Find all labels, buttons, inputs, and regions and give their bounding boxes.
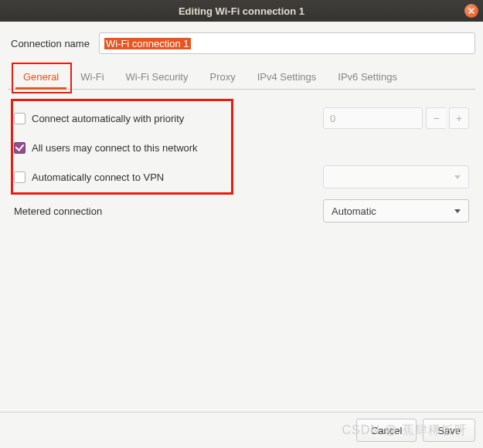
allusers-checkbox[interactable] bbox=[14, 142, 26, 154]
vpn-combo[interactable] bbox=[323, 165, 469, 188]
autoconnect-row: Connect automatically with priority 0 − … bbox=[14, 105, 469, 131]
priority-increment[interactable]: + bbox=[449, 107, 469, 129]
tab-proxy[interactable]: Proxy bbox=[199, 65, 246, 89]
tab-ipv6[interactable]: IPv6 Settings bbox=[327, 65, 408, 89]
autovpn-checkbox[interactable] bbox=[14, 171, 26, 183]
metered-combo[interactable]: Automatic bbox=[323, 199, 469, 222]
priority-decrement[interactable]: − bbox=[426, 107, 446, 129]
connection-name-label: Connection name bbox=[8, 38, 90, 49]
autovpn-row: Automatically connect to VPN bbox=[14, 164, 469, 190]
tabs-container: General Wi-Fi Wi-Fi Security Proxy IPv4 … bbox=[8, 65, 475, 90]
content-area: Connection name Wi-Fi connection 1 Gener… bbox=[0, 22, 483, 241]
save-button[interactable]: Save bbox=[423, 419, 475, 442]
general-panel: Connect automatically with priority 0 − … bbox=[8, 90, 475, 233]
connection-name-value: Wi-Fi connection 1 bbox=[104, 38, 191, 49]
tab-wifi[interactable]: Wi-Fi bbox=[70, 65, 114, 89]
allusers-label: All users may connect to this network bbox=[32, 142, 198, 154]
autovpn-label: Automatically connect to VPN bbox=[32, 171, 164, 183]
connection-name-row: Connection name Wi-Fi connection 1 bbox=[8, 32, 475, 54]
allusers-row: All users may connect to this network bbox=[14, 134, 469, 161]
tabs: General Wi-Fi Wi-Fi Security Proxy IPv4 … bbox=[8, 65, 475, 90]
metered-combo-value: Automatic bbox=[332, 205, 376, 217]
tab-general[interactable]: General bbox=[12, 65, 70, 89]
window-title: Editing Wi-Fi connection 1 bbox=[179, 5, 304, 17]
metered-row: Metered connection Automatic bbox=[14, 198, 469, 224]
cancel-button[interactable]: Cancel bbox=[356, 419, 417, 442]
tab-wifi-security[interactable]: Wi-Fi Security bbox=[115, 65, 199, 89]
tab-ipv4[interactable]: IPv4 Settings bbox=[247, 65, 328, 89]
close-button[interactable] bbox=[464, 4, 478, 18]
chevron-down-icon bbox=[454, 175, 461, 179]
close-icon bbox=[468, 8, 474, 14]
metered-label: Metered connection bbox=[14, 205, 102, 217]
footer: Cancel Save bbox=[0, 412, 483, 448]
priority-spin[interactable]: 0 bbox=[323, 107, 423, 129]
chevron-down-icon bbox=[454, 209, 461, 213]
autoconnect-label: Connect automatically with priority bbox=[32, 113, 184, 124]
titlebar: Editing Wi-Fi connection 1 bbox=[0, 0, 483, 22]
connection-name-input[interactable]: Wi-Fi connection 1 bbox=[99, 32, 475, 54]
autoconnect-checkbox[interactable] bbox=[14, 113, 26, 124]
